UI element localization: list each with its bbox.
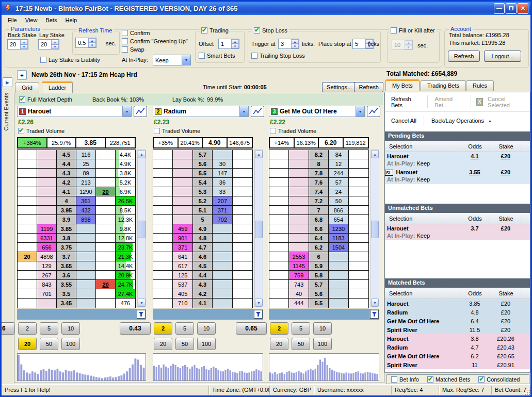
confirm-greening-checkbox[interactable]: Confirm "Greening Up"	[122, 38, 188, 44]
back-stake-cell[interactable]	[269, 206, 289, 214]
lay-stake-cell[interactable]	[233, 271, 252, 279]
back-amount-cell[interactable]	[76, 243, 96, 252]
bet-row[interactable]: Radium4.7£20.43	[385, 343, 530, 352]
back-amount-cell[interactable]	[76, 280, 96, 289]
lay-amount-cell[interactable]	[173, 150, 192, 159]
bet-row[interactable]: Harouet3.85£20	[385, 299, 530, 308]
confirm-checkbox[interactable]: Confirm	[122, 30, 150, 36]
bet-odds[interactable]: 4.1	[460, 153, 490, 159]
option-bet-info[interactable]: Bet Info	[391, 376, 419, 383]
back-amount-cell[interactable]	[213, 224, 232, 233]
lay-amount-cell[interactable]	[289, 243, 309, 252]
filter-funnel-button[interactable]	[137, 310, 146, 319]
back-stake-cell[interactable]	[153, 243, 173, 252]
bet-row[interactable]: Spirit River11.5£20	[385, 325, 530, 334]
lay-stake-cell[interactable]	[349, 150, 368, 159]
back-amount-cell[interactable]	[329, 280, 348, 289]
menu-help[interactable]: Help	[61, 16, 81, 24]
back-amount-cell[interactable]: 33	[213, 187, 232, 196]
chevron-down-icon[interactable]: ▼	[122, 106, 131, 117]
back-amount-cell[interactable]	[329, 261, 348, 270]
refresh-time-input[interactable]: 0.5 ▲▼	[75, 38, 96, 48]
lay-amount-cell[interactable]: 1199	[37, 224, 57, 233]
back-amount-cell[interactable]	[76, 299, 96, 308]
tab-rules[interactable]: Rules	[466, 80, 494, 91]
bet-row[interactable]: Get Me Out Of Here6.4£20	[385, 317, 530, 325]
back-stake-cell[interactable]	[269, 196, 289, 205]
lay-stake-cell[interactable]	[349, 215, 368, 224]
option-consolidated[interactable]: Consolidated	[478, 376, 520, 383]
bet-odds[interactable]: 3.7	[460, 225, 490, 231]
lay-stake-cell[interactable]	[96, 261, 116, 270]
scroll-down-button[interactable]: ▼	[371, 299, 379, 307]
scroll-down-button[interactable]: ▼	[138, 299, 146, 307]
lay-amount-cell[interactable]: 129	[37, 261, 57, 270]
lay-stake-cell[interactable]	[96, 196, 116, 205]
lay-stake-cell[interactable]	[233, 261, 252, 270]
tab-grid[interactable]: Grid	[15, 82, 39, 93]
lay-amount-cell[interactable]	[289, 215, 309, 224]
lay-amount-cell[interactable]	[37, 187, 57, 196]
filter-funnel-button[interactable]	[254, 310, 263, 319]
scroll-up-button[interactable]: ▲	[371, 150, 379, 158]
lay-amount-cell[interactable]: 2553	[289, 252, 309, 261]
lay-amount-cell[interactable]: 6331	[37, 234, 57, 242]
lay-amount-cell[interactable]: 444	[289, 299, 309, 308]
back-stake-cell[interactable]	[18, 159, 37, 168]
back-amount-cell[interactable]: 25	[76, 159, 96, 168]
bet-row[interactable]: Get Me Out Of Here6.2£20.65	[385, 352, 530, 360]
back-amount-cell[interactable]	[329, 299, 348, 308]
lay-stake-cell[interactable]	[349, 224, 368, 233]
lay-stake-cell[interactable]	[349, 187, 368, 196]
lay-stake-cell[interactable]	[349, 169, 368, 177]
lay-stake-cell[interactable]	[96, 169, 116, 177]
menu-view[interactable]: View	[21, 16, 42, 24]
stake-button-5[interactable]: 5	[40, 322, 58, 335]
back-stake-cell[interactable]	[269, 224, 289, 233]
runner-select[interactable]: 2Radium▼	[153, 106, 249, 117]
back-amount-cell[interactable]: 30	[213, 159, 232, 168]
stake-button-2[interactable]: 2	[154, 322, 172, 335]
back-stake-cell[interactable]	[269, 178, 289, 187]
lay-amount-cell[interactable]	[37, 169, 57, 177]
lay-amount-cell[interactable]: 405	[173, 289, 192, 298]
lay-stake-cell[interactable]	[96, 159, 116, 168]
back-stake-cell[interactable]	[269, 252, 289, 261]
bet-row[interactable]: Harouet4.1£20At In-Play: Keep	[385, 152, 530, 168]
bet-odds[interactable]: 3.55	[460, 169, 490, 175]
lay-amount-cell[interactable]	[289, 224, 309, 233]
back-amount-cell[interactable]: 1504	[329, 243, 348, 252]
menu-file[interactable]: File	[4, 16, 21, 24]
lay-amount-cell[interactable]: 843	[37, 280, 57, 289]
back-amount-cell[interactable]: 116	[76, 150, 96, 159]
back-amount-cell[interactable]: 12	[329, 159, 348, 168]
back-stake-cell[interactable]	[153, 224, 173, 233]
chart-button[interactable]	[134, 106, 147, 117]
scrollbar-thumb[interactable]	[371, 221, 379, 238]
back-amount-cell[interactable]: 89	[76, 169, 96, 177]
lay-amount-cell[interactable]: 537	[173, 280, 192, 289]
lay-amount-cell[interactable]: 125	[173, 271, 192, 279]
lay-amount-cell[interactable]	[289, 159, 309, 168]
back-stake-cell[interactable]	[18, 224, 37, 233]
lay-stake-cell[interactable]	[349, 178, 368, 187]
chart-button[interactable]	[367, 106, 380, 117]
back-stake-cell[interactable]	[153, 178, 173, 187]
lay-stake-cell[interactable]	[96, 150, 116, 159]
lay-amount-cell[interactable]	[37, 299, 57, 308]
back-amount-cell[interactable]	[213, 234, 232, 242]
lay-amount-cell[interactable]	[173, 215, 192, 224]
lay-amount-cell[interactable]	[173, 169, 192, 177]
back-amount-cell[interactable]	[213, 299, 232, 308]
back-stake-cell[interactable]	[153, 280, 173, 289]
settings-button[interactable]: Settings...	[322, 82, 357, 92]
chart-button[interactable]	[251, 106, 264, 117]
back-stake-cell[interactable]	[269, 159, 289, 168]
lay-stake-cell[interactable]	[96, 299, 116, 308]
lay-stake-cell[interactable]: 20	[96, 280, 116, 289]
lay-amount-cell[interactable]	[173, 206, 192, 214]
lay-amount-cell[interactable]: 743	[289, 280, 309, 289]
stake-button-20[interactable]: 20	[18, 338, 37, 350]
back-amount-cell[interactable]: 361	[76, 196, 96, 205]
back-amount-cell[interactable]	[76, 234, 96, 242]
